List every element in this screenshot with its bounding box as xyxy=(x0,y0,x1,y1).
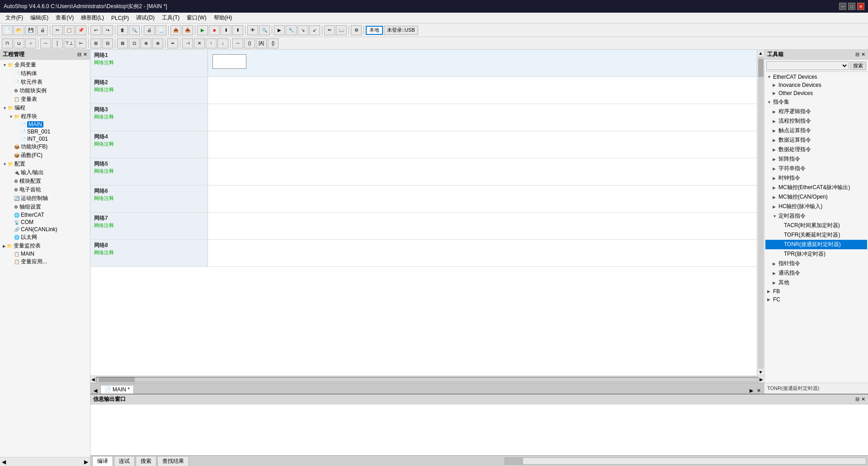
delete-button[interactable]: 🗑 xyxy=(117,25,128,35)
tree-item-func_fc[interactable]: 📦函数(FC) xyxy=(1,151,89,160)
print2-button[interactable]: 🖨 xyxy=(144,25,155,35)
jump1[interactable]: () xyxy=(244,38,255,48)
run2-button[interactable]: ▶ xyxy=(274,25,285,35)
network-row-3[interactable]: 网络3网络注释 xyxy=(90,104,757,131)
tool-tree-item-TACR_________[interactable]: TACR(时间累加定时器) xyxy=(765,221,867,230)
tool-tree-item-TOFR_________[interactable]: TOFR(关断延时定时器) xyxy=(765,230,867,240)
project-tree[interactable]: ▼📁全局变量📄结构体📄软元件表⚙功能块实例📋变量表▼📁编程▼📁程序块📄MAIN📄… xyxy=(0,60,90,457)
local-btn[interactable]: 本地 xyxy=(366,26,383,35)
network-body-6[interactable] xyxy=(208,185,757,212)
tree-item-global_var[interactable]: ▼📁全局变量 xyxy=(1,61,89,69)
coil-button[interactable]: ○ xyxy=(25,38,36,48)
tree-item-var_table[interactable]: 📋变量表 xyxy=(1,95,89,104)
tool-tree-item-HC________[interactable]: ▶HC轴控(脉冲输入) xyxy=(765,202,867,211)
network-body-4[interactable] xyxy=(208,131,757,158)
tree-item-func_example[interactable]: ⚙功能块实例 xyxy=(1,86,89,95)
hscroll-track[interactable] xyxy=(96,377,759,382)
tree-item-program[interactable]: ▼📁编程 xyxy=(1,104,89,112)
h-line-button[interactable]: ─ xyxy=(40,38,51,48)
toolbox-search-select[interactable] xyxy=(766,61,849,70)
tree-item-func_block_fb[interactable]: 📦功能块(FB) xyxy=(1,143,89,151)
tab-main[interactable]: 📄 MAIN * xyxy=(100,385,134,394)
network-row-1[interactable]: 网络1网络注释 xyxy=(90,50,757,77)
bottom-tab-search[interactable]: 搜索 xyxy=(136,456,156,466)
monitor-button[interactable]: 👁 xyxy=(247,25,258,35)
bottom-scroll-area[interactable] xyxy=(505,457,866,465)
ladder-symbol1[interactable]: ⊤⊥ xyxy=(64,38,75,48)
ladder-symbol2[interactable]: ⊢ xyxy=(75,38,86,48)
bottom-tab-connect[interactable]: 连试 xyxy=(114,456,135,466)
menu-window[interactable]: 窗口(W) xyxy=(183,13,210,23)
save-button[interactable]: 💾 xyxy=(25,25,36,35)
tree-item-main_var[interactable]: 📋MAIN xyxy=(1,250,89,257)
ladder-element-box[interactable] xyxy=(212,54,246,69)
tab-next-icon[interactable]: ▶ xyxy=(748,388,755,394)
upload2-button[interactable]: ⬆ xyxy=(232,25,243,35)
network-row-7[interactable]: 网络7网络注释 xyxy=(90,213,757,240)
tree-item-var_app[interactable]: 📋变量应用... xyxy=(1,257,89,266)
toolbox-tree[interactable]: ▼EtherCAT Devices▶Inovance Devices▶Other… xyxy=(764,72,868,383)
tool-tree-item-______[interactable]: ▶程序逻辑指令 xyxy=(765,107,867,116)
tab-prev-icon[interactable]: ◀ xyxy=(92,388,99,394)
login-btn[interactable]: 未登录::USB xyxy=(384,26,418,35)
tool-tree-item-Inovance_Devices[interactable]: ▶Inovance Devices xyxy=(765,81,867,89)
horizontal-scrollbar[interactable]: ◀ ▶ xyxy=(90,376,764,383)
toolbox-search-button[interactable]: 搜索 xyxy=(850,62,866,70)
network-row-4[interactable]: 网络4网络注释 xyxy=(90,131,757,158)
paste-button[interactable]: 📌 xyxy=(75,25,86,35)
ladder-content-scroll[interactable]: 网络1网络注释网络2网络注释网络3网络注释网络4网络注释网络5网络注释网络6网络… xyxy=(90,50,757,376)
print-preview-button[interactable]: 📃 xyxy=(156,25,166,35)
line1[interactable]: ━ xyxy=(167,38,178,48)
tool-tree-item-_____[interactable]: ▼定时器指令 xyxy=(765,211,867,221)
network-body-3[interactable] xyxy=(208,104,757,131)
search-button[interactable]: 🔍 xyxy=(129,25,140,35)
parallel1[interactable]: ⊞ xyxy=(90,38,101,48)
stop-button[interactable]: ■ xyxy=(209,25,220,35)
symbol4[interactable]: ↓ xyxy=(217,38,228,48)
func-block[interactable]: ⊕ xyxy=(141,38,151,48)
hline2[interactable]: ─ xyxy=(232,38,243,48)
parallel2[interactable]: ⊟ xyxy=(102,38,113,48)
tool-tree-item-MC___EtherCAT______[interactable]: ▶MC轴控(EtherCAT&脉冲输出) xyxy=(765,183,867,192)
tree-item-ethernet[interactable]: 🌐以太网 xyxy=(1,233,89,242)
maximize-button[interactable]: □ xyxy=(848,3,855,10)
bottom-hscroll-thumb[interactable] xyxy=(505,458,523,464)
panel-close-icon[interactable]: ✕ xyxy=(83,52,87,57)
debug-button[interactable]: 🔧 xyxy=(286,25,297,35)
tool-tree-item-______[interactable]: ▶触点运算指令 xyxy=(765,126,867,135)
tool-tree-item-FB[interactable]: ▶FB xyxy=(765,287,867,295)
bottom-tab-findresults[interactable]: 查找结果 xyxy=(157,456,189,466)
scroll-thumb[interactable] xyxy=(758,59,764,77)
tree-item-motion_ctrl[interactable]: 🔄运动控制轴 xyxy=(1,194,89,203)
download2-button[interactable]: ⬇ xyxy=(221,25,231,35)
new-button[interactable]: 📄 xyxy=(2,25,13,35)
undo-button[interactable]: ↩ xyxy=(90,25,101,35)
write-button[interactable]: ✏ xyxy=(324,25,335,35)
tool-tree-item-____[interactable]: ▶矩阵指令 xyxy=(765,154,867,164)
tree-item-var_monitor[interactable]: ▶📁变量监控表 xyxy=(1,242,89,250)
toolbox-close-icon[interactable]: ✕ xyxy=(861,52,865,57)
tree-item-element_table[interactable]: 📄软元件表 xyxy=(1,78,89,86)
hscroll-left-icon[interactable]: ◀ xyxy=(91,377,95,382)
network-row-2[interactable]: 网络2网络注释 xyxy=(90,77,757,104)
network-body-7[interactable] xyxy=(208,213,757,239)
network-body-5[interactable] xyxy=(208,158,757,185)
tool-tree-item-______[interactable]: ▶数据处理指令 xyxy=(765,145,867,154)
tool-tree-item-____[interactable]: ▶时钟指令 xyxy=(765,173,867,183)
tree-arrow-config[interactable]: ▼ xyxy=(3,162,7,166)
network-row-6[interactable]: 网络6网络注释 xyxy=(90,185,757,213)
read-button[interactable]: 📖 xyxy=(336,25,347,35)
symbol1[interactable]: ⊣ xyxy=(182,38,193,48)
scroll-left-icon[interactable]: ◀ xyxy=(2,459,6,465)
tree-arrow-global_var[interactable]: ▼ xyxy=(3,63,7,67)
tool-tree-item-__[interactable]: ▶其他 xyxy=(765,278,867,287)
symbol2[interactable]: ✕ xyxy=(194,38,205,48)
tree-item-electronics[interactable]: ⚙电子齿轮 xyxy=(1,185,89,194)
bottom-tab-compile[interactable]: 编译 xyxy=(92,456,113,466)
scroll-up-icon[interactable]: ▲ xyxy=(758,50,764,57)
panel-float-icon[interactable]: ⊟ xyxy=(77,52,81,57)
func-block2[interactable]: ⊗ xyxy=(152,38,163,48)
tool-tree-item-EtherCAT_Devices[interactable]: ▼EtherCAT Devices xyxy=(765,73,867,81)
nc-contact-button[interactable]: ⊓ xyxy=(2,38,13,48)
hscroll-thumb[interactable] xyxy=(99,377,135,382)
